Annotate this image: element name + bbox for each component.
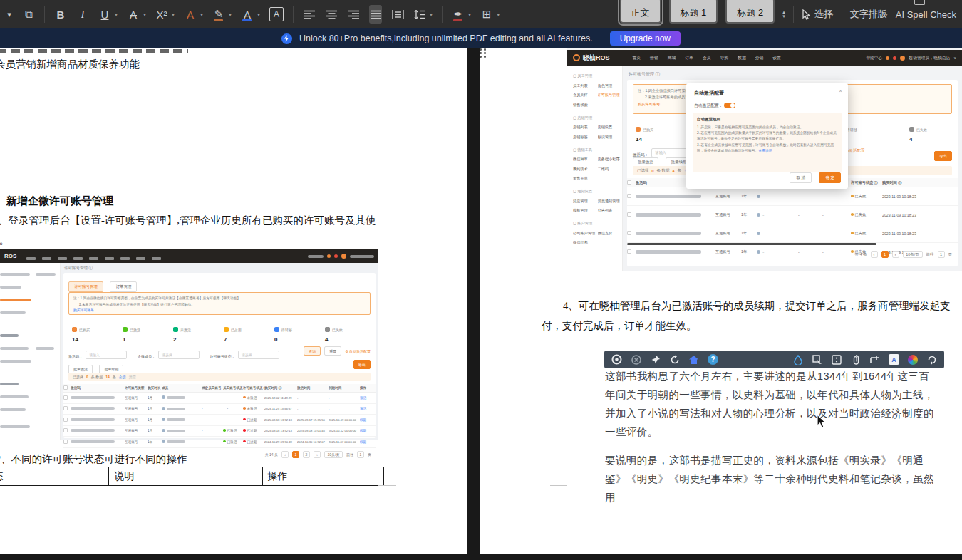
text-layout-button[interactable]: 文字排版▾: [850, 8, 888, 21]
row-action-link[interactable]: 激活: [360, 396, 376, 400]
auto-activation-config-link[interactable]: ⚙ 自动激活配置: [345, 349, 371, 353]
active-menu-item-blurred[interactable]: [0, 299, 31, 301]
nav-item[interactable]: 分销: [755, 55, 764, 61]
table-row[interactable]: 互通账号 1月 - - 未激活 2025-12-02 11:49:29 - - …: [63, 393, 376, 404]
sidebar-item[interactable]: 微信红包: [573, 240, 598, 245]
style-body-text[interactable]: 正文: [620, 0, 661, 24]
member-select[interactable]: 请选择: [158, 351, 200, 359]
row-action-link[interactable]: 激活: [360, 407, 376, 410]
chevron-down-icon[interactable]: ▾: [172, 11, 175, 18]
style-heading-2[interactable]: 标题 2: [725, 0, 775, 24]
table-row[interactable]: 互通账号 1月 - - 已过期 2025-09-18 13:52:13 2025…: [63, 415, 376, 426]
row-action-link[interactable]: 续期: [360, 429, 376, 432]
sidebar-item[interactable]: 许可账号管理: [598, 93, 623, 98]
chevron-down-icon[interactable]: ▾: [6, 5, 13, 24]
auto-activation-toggle[interactable]: [724, 103, 735, 108]
chevron-down-icon[interactable]: ▾: [229, 11, 232, 18]
reset-button[interactable]: 重置: [324, 346, 341, 356]
chevron-down-icon[interactable]: ▾: [468, 11, 471, 18]
sidebar-item[interactable]: 模板管理: [573, 208, 598, 213]
italic-button[interactable]: I: [76, 5, 89, 24]
align-right-button[interactable]: [347, 5, 360, 24]
chevron-down-icon[interactable]: ▾: [257, 11, 260, 18]
nav-item[interactable]: 营销: [650, 55, 658, 61]
nav-item[interactable]: 订单: [685, 55, 693, 61]
sidebar-item[interactable]: 店铺标签: [573, 135, 598, 140]
nav-item[interactable]: 设置: [772, 55, 781, 61]
justify-button[interactable]: [369, 5, 382, 24]
chevron-down-icon[interactable]: ▾: [143, 11, 146, 18]
distribute-button[interactable]: [391, 5, 404, 24]
align-center-button[interactable]: [325, 5, 338, 24]
page-2-button[interactable]: 2: [303, 451, 310, 458]
page-1-button[interactable]: 1: [881, 251, 889, 258]
font-color-button[interactable]: A: [241, 5, 254, 24]
sync-icon[interactable]: [669, 354, 680, 365]
chevron-down-icon[interactable]: ▾: [430, 11, 433, 18]
sidebar-item[interactable]: 公告列表: [598, 208, 623, 213]
cancel-button[interactable]: 取 消: [790, 172, 812, 183]
split-view-icon[interactable]: [831, 354, 842, 365]
sidebar-item[interactable]: 标识管理: [598, 135, 623, 140]
row-action-link[interactable]: 续期: [360, 440, 376, 444]
checkbox[interactable]: [63, 418, 68, 422]
clear-link[interactable]: 清空: [129, 375, 136, 379]
search-button[interactable]: 查询: [304, 346, 321, 356]
select-area-icon[interactable]: [812, 354, 822, 365]
checkbox[interactable]: [627, 212, 631, 217]
table-row[interactable]: 互通账号 1年 - 已激活 已过期 2024-10-29 09:50:49 20…: [63, 437, 376, 448]
sidebar-item[interactable]: 二维码: [598, 167, 623, 172]
export-button[interactable]: 导出: [353, 360, 371, 369]
document-page-left[interactable]: 会员营销新增商品材质保养功能 新增企微许可账号管理 、登录管理后台【设置-许可账…: [0, 48, 467, 554]
text-effects-button[interactable]: A: [184, 5, 197, 24]
refresh-icon[interactable]: [926, 354, 937, 365]
checkbox[interactable]: [627, 194, 631, 198]
select-all-link[interactable]: 全选: [119, 375, 126, 379]
underline-button[interactable]: U: [98, 5, 111, 24]
checkbox[interactable]: [63, 385, 68, 390]
document-page-right[interactable]: 晓柚ROS 首页营销 商城订单 会员导购 数据分销 设置 帮助中心: [480, 48, 962, 554]
paragraph-drag-handle[interactable]: [480, 48, 486, 58]
sidebar-item[interactable]: 消息通知管理: [598, 199, 623, 204]
horizontal-scrollbar[interactable]: [627, 243, 876, 245]
buy-license-link[interactable]: 购买许可账号: [73, 308, 366, 314]
borders-button[interactable]: ⊞: [480, 5, 493, 24]
sidebar-item[interactable]: 角色管理: [598, 83, 623, 88]
copy-icon[interactable]: ⧉: [22, 5, 35, 24]
tab-orders[interactable]: 订单管理: [110, 281, 137, 292]
align-left-button[interactable]: [303, 5, 316, 24]
confirm-button[interactable]: 确 定: [819, 172, 841, 183]
prev-page-button[interactable]: ‹: [871, 251, 878, 258]
home-icon[interactable]: [688, 354, 699, 365]
chevron-down-icon[interactable]: ▾: [200, 11, 203, 18]
row-action-link[interactable]: 续期: [360, 418, 376, 422]
sidebar-item[interactable]: 店铺列表: [573, 125, 598, 130]
checkbox[interactable]: [627, 249, 631, 254]
checkbox[interactable]: [63, 395, 68, 400]
help-icon[interactable]: ?: [708, 354, 718, 365]
activation-code-input[interactable]: 请输入: [86, 351, 127, 359]
page-size-select[interactable]: 10条/页: [324, 451, 343, 458]
sidebar-item[interactable]: 销售线索: [573, 103, 598, 108]
sidebar-item[interactable]: 店务端小程序: [598, 157, 623, 162]
select-tool-button[interactable]: 选择▾: [802, 8, 834, 21]
sidebar-item[interactable]: 微信支付: [598, 231, 623, 236]
sidebar-item[interactable]: 会员关怀: [573, 93, 598, 98]
prev-page-button[interactable]: ‹: [281, 451, 289, 458]
crop-corner-icon[interactable]: [869, 354, 880, 365]
strikethrough-button[interactable]: A: [127, 5, 140, 24]
character-border-button[interactable]: A: [269, 7, 284, 21]
paperclip-icon[interactable]: [850, 354, 861, 365]
sidebar-item[interactable]: 员工列表: [573, 83, 598, 88]
upgrade-now-button[interactable]: Upgrade now: [610, 31, 681, 46]
nav-item[interactable]: 导购: [720, 55, 728, 61]
goto-page-input[interactable]: 1: [938, 251, 945, 258]
next-page-button[interactable]: ›: [314, 451, 321, 458]
translate-icon[interactable]: A: [889, 354, 899, 365]
checkbox[interactable]: [627, 231, 631, 235]
bold-button[interactable]: B: [54, 5, 67, 24]
checkbox[interactable]: [627, 180, 631, 185]
pin-icon[interactable]: [650, 354, 661, 365]
export-button[interactable]: 导出: [934, 151, 952, 161]
highlight-button[interactable]: ✎: [212, 5, 225, 24]
